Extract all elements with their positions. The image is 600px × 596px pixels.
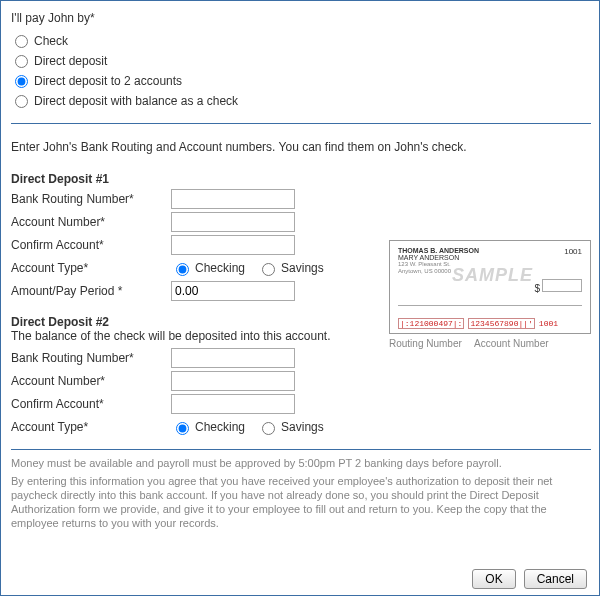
check-name2: MARY ANDERSON: [398, 254, 479, 261]
dd2-confirm-label: Confirm Account*: [11, 397, 171, 411]
pay-option-check-label: Check: [34, 32, 68, 50]
dd1-type-savings-label: Savings: [281, 261, 324, 275]
check-micr-seq: 1001: [539, 319, 558, 328]
pay-method-radio-group: Check Direct deposit Direct deposit to 2…: [15, 31, 591, 111]
dd1-type-savings[interactable]: Savings: [257, 260, 324, 276]
pay-option-dd-label: Direct deposit: [34, 52, 107, 70]
dd2-type-label: Account Type*: [11, 420, 171, 434]
dd1-amount-input[interactable]: [171, 281, 295, 301]
enter-bank-instructions: Enter John's Bank Routing and Account nu…: [11, 140, 591, 154]
check-dollar-sign: $: [534, 283, 540, 294]
dd1-confirm-input[interactable]: [171, 235, 295, 255]
check-amount-box: [542, 279, 582, 292]
dd2-routing-label: Bank Routing Number*: [11, 351, 171, 365]
pay-method-prompt: I'll pay John by*: [11, 11, 591, 25]
dd1-type-label: Account Type*: [11, 261, 171, 275]
sample-check-image: THOMAS B. ANDERSON MARY ANDERSON 123 W. …: [389, 240, 591, 334]
dd1-type-savings-radio[interactable]: [262, 263, 275, 276]
dd1-type-checking-label: Checking: [195, 261, 245, 275]
pay-option-dd2-radio[interactable]: [15, 75, 28, 88]
legal-deadline: Money must be available and payroll must…: [11, 456, 591, 470]
dd2-type-checking-label: Checking: [195, 420, 245, 434]
payment-method-dialog: I'll pay John by* Check Direct deposit D…: [0, 0, 600, 596]
legal-authorization: By entering this information you agree t…: [11, 474, 591, 530]
ok-button[interactable]: OK: [472, 569, 515, 589]
pay-option-ddcheck-label: Direct deposit with balance as a check: [34, 92, 238, 110]
check-micr-line: |:121000497|:1234567890||'1001: [398, 318, 558, 329]
cancel-button[interactable]: Cancel: [524, 569, 587, 589]
dd2-account-input[interactable]: [171, 371, 295, 391]
pay-option-dd-two-accounts[interactable]: Direct deposit to 2 accounts: [15, 71, 591, 91]
dd1-routing-label: Bank Routing Number*: [11, 192, 171, 206]
dd1-type-checking-radio[interactable]: [176, 263, 189, 276]
dd2-type-checking[interactable]: Checking: [171, 419, 245, 435]
dd2-type-savings[interactable]: Savings: [257, 419, 324, 435]
dialog-buttons: OK Cancel: [472, 569, 587, 589]
pay-option-check-radio[interactable]: [15, 35, 28, 48]
check-caption-account: Account Number: [474, 338, 548, 349]
check-line: [398, 304, 582, 306]
check-micr-account: 1234567890||': [468, 318, 534, 329]
pay-option-check[interactable]: Check: [15, 31, 591, 51]
divider: [11, 123, 591, 124]
pay-option-ddcheck-radio[interactable]: [15, 95, 28, 108]
pay-option-dd-balance-check[interactable]: Direct deposit with balance as a check: [15, 91, 591, 111]
dd1-confirm-label: Confirm Account*: [11, 238, 171, 252]
dd2-title: Direct Deposit #2: [11, 315, 381, 329]
dd2-account-label: Account Number*: [11, 374, 171, 388]
dd1-title: Direct Deposit #1: [11, 172, 381, 186]
dd2-type-savings-label: Savings: [281, 420, 324, 434]
dd2-routing-input[interactable]: [171, 348, 295, 368]
pay-option-dd2-label: Direct deposit to 2 accounts: [34, 72, 182, 90]
dd1-type-checking[interactable]: Checking: [171, 260, 245, 276]
pay-option-dd-radio[interactable]: [15, 55, 28, 68]
divider-bottom: [11, 449, 591, 450]
check-name1: THOMAS B. ANDERSON: [398, 247, 479, 254]
check-caption-routing: Routing Number: [389, 338, 462, 349]
check-sample-watermark: SAMPLE: [452, 265, 533, 286]
check-number: 1001: [564, 247, 582, 256]
dd1-routing-input[interactable]: [171, 189, 295, 209]
check-caption: Routing Number Account Number: [389, 338, 591, 349]
legal-text: Money must be available and payroll must…: [11, 456, 591, 530]
dd2-confirm-input[interactable]: [171, 394, 295, 414]
dd1-amount-label: Amount/Pay Period *: [11, 284, 171, 298]
dd1-account-input[interactable]: [171, 212, 295, 232]
pay-option-direct-deposit[interactable]: Direct deposit: [15, 51, 591, 71]
check-micr-routing: |:121000497|:: [398, 318, 464, 329]
dd2-type-savings-radio[interactable]: [262, 422, 275, 435]
dd2-type-checking-radio[interactable]: [176, 422, 189, 435]
dd2-note: The balance of the check will be deposit…: [11, 329, 381, 343]
dd1-account-label: Account Number*: [11, 215, 171, 229]
